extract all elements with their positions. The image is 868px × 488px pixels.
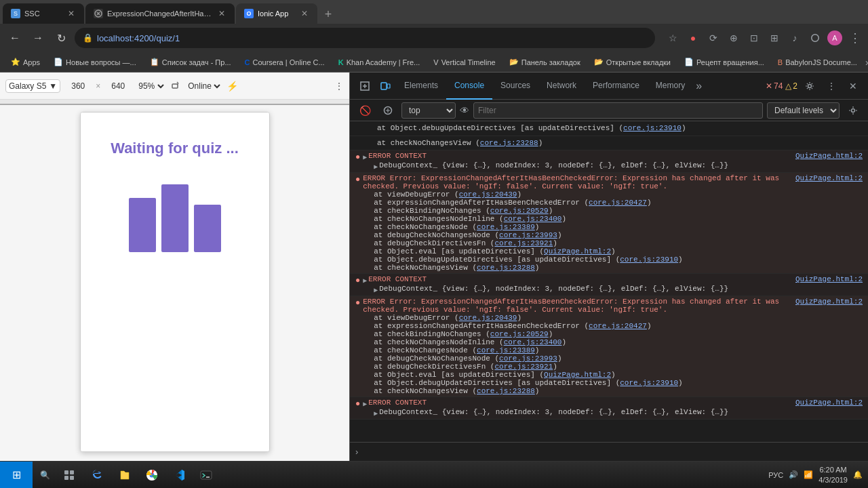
bookmark-new-questions[interactable]: 📄 Новые вопросы —... <box>48 56 142 68</box>
core-link-13[interactable]: core.js:20427 <box>589 322 647 330</box>
height-input[interactable] <box>104 81 132 91</box>
core-link-17[interactable]: core.js:23993 <box>499 354 557 363</box>
devtools-settings-button[interactable] <box>800 77 819 96</box>
audio-icon[interactable]: ♪ <box>787 30 803 46</box>
search-button[interactable]: 🔍 <box>33 462 57 489</box>
bookmark-open-tabs[interactable]: 📂 Открытые вкладки <box>589 56 676 68</box>
url-box[interactable]: 🔒 localhost:4200/quiz/1 <box>75 28 655 48</box>
start-button[interactable]: ⊞ <box>0 462 33 489</box>
taskbar-network-icon[interactable]: 📶 <box>804 470 813 479</box>
zoom-select[interactable]: 95% <box>136 81 166 92</box>
core-link-4[interactable]: core.js:20427 <box>589 199 647 207</box>
quiz-link-2[interactable]: QuizPage.html:2 <box>544 371 611 379</box>
tab-close-expression[interactable]: ✕ <box>217 7 226 20</box>
devtools-more-tabs-button[interactable]: » <box>696 80 702 92</box>
taskbar-edge-icon[interactable] <box>84 462 111 489</box>
bookmark-babylon[interactable]: B BabylonJS Docume... <box>772 57 863 68</box>
error-context-expand-2[interactable]: ▶ ERROR CONTEXT <box>363 275 795 285</box>
devtools-close-button[interactable]: ✕ <box>844 77 863 96</box>
inspect-element-button[interactable] <box>355 77 374 96</box>
taskbar-files-icon[interactable] <box>111 462 138 489</box>
core-link-14[interactable]: core.js:20529 <box>490 330 549 338</box>
tab-ionic[interactable]: Ionic App ✕ <box>236 3 317 24</box>
core-link-12[interactable]: core.js:20439 <box>459 314 517 322</box>
task-view-button[interactable] <box>57 462 81 489</box>
device-select[interactable]: Galaxy S5 ▼ <box>5 79 60 93</box>
network-select[interactable]: Online <box>185 81 222 92</box>
more-options-icon[interactable]: ⋮ <box>334 81 344 92</box>
core-link-3[interactable]: core.js:20439 <box>459 190 517 199</box>
core-link-6[interactable]: core.js:23400 <box>504 215 562 223</box>
core-link-11[interactable]: core.js:23288 <box>477 264 535 272</box>
error-count-badge[interactable]: ✕ 74 <box>766 81 783 91</box>
core-link-15[interactable]: core.js:23400 <box>504 338 562 346</box>
tab-expression[interactable]: ExpressionChangedAfterItHasBe... ✕ <box>85 3 235 24</box>
tab-console[interactable]: Console <box>446 73 492 100</box>
device-toggle-button[interactable] <box>376 77 395 96</box>
core-link-19[interactable]: core.js:23910 <box>620 379 678 387</box>
bookmark-tasks[interactable]: 📋 Список задач - Пр... <box>144 56 237 68</box>
core-link-16[interactable]: core.js:23389 <box>477 346 535 354</box>
camera-icon[interactable]: ⊡ <box>746 30 762 46</box>
core-link-1[interactable]: core.js:23910 <box>623 124 682 132</box>
width-input[interactable] <box>64 81 92 91</box>
core-link-5[interactable]: core.js:20529 <box>490 207 549 215</box>
core-link-2[interactable]: core.js:23288 <box>480 139 538 147</box>
tab-network[interactable]: Network <box>538 73 585 100</box>
taskbar-chrome-icon[interactable] <box>138 462 165 489</box>
debug-context-expand-1[interactable]: ▶ DebugContext_ {view: {…}, nodeIndex: 3… <box>374 161 795 171</box>
taskbar-volume-icon[interactable]: 🔊 <box>789 470 798 479</box>
warn-count-badge[interactable]: △ 2 <box>785 81 797 91</box>
bookmark-recipe[interactable]: 📄 Рецепт вращения... <box>679 56 770 68</box>
debug-context-expand-3[interactable]: ▶ DebugContext_ {view: {…}, nodeIndex: 3… <box>374 408 795 418</box>
quiz-page-link-2[interactable]: QuizPage.html:2 <box>795 174 863 182</box>
quiz-page-link-5[interactable]: QuizPage.html:2 <box>795 399 863 407</box>
console-input[interactable] <box>361 447 863 457</box>
quiz-page-link-3[interactable]: QuizPage.html:2 <box>795 275 863 283</box>
vpn-icon[interactable] <box>807 30 823 46</box>
bookmark-vertical-timeline[interactable]: V Vertical Timeline <box>428 57 500 68</box>
refresh-button[interactable]: ↻ <box>52 28 71 47</box>
throttle-icon[interactable]: ⚡ <box>226 81 238 92</box>
tab-ssc[interactable]: S SSC ✕ <box>3 3 84 24</box>
core-link-8[interactable]: core.js:23993 <box>499 231 557 239</box>
avatar-icon[interactable]: A <box>827 30 842 45</box>
bookmark-panel[interactable]: 📂 Панель закладок <box>504 56 586 68</box>
core-link-7[interactable]: core.js:23389 <box>477 223 535 231</box>
bookmark-khan[interactable]: K Khan Academy | Fre... <box>333 57 426 68</box>
refresh-icon[interactable]: ⟳ <box>705 30 722 46</box>
filter-eye-button[interactable]: 👁 <box>460 105 469 116</box>
taskbar-vscode-icon[interactable] <box>165 462 193 489</box>
taskbar-clock[interactable]: 6:20 AM 4/3/2019 <box>818 465 848 485</box>
core-link-10[interactable]: core.js:23910 <box>620 256 678 264</box>
firefox-icon[interactable]: ● <box>685 30 701 46</box>
new-tab-button[interactable]: + <box>319 5 338 24</box>
bookmark-apps[interactable]: ⭐ Apps <box>5 56 45 68</box>
menu-button[interactable]: ⋮ <box>846 30 863 46</box>
default-levels-select[interactable]: Default levels <box>767 102 840 119</box>
clear-console-button[interactable]: 🚫 <box>355 101 374 120</box>
error-context-expand-3[interactable]: ▶ ERROR CONTEXT <box>363 399 795 408</box>
devtools-overflow-button[interactable]: ⋮ <box>822 77 841 96</box>
console-settings-button[interactable] <box>844 101 863 120</box>
back-button[interactable]: ← <box>5 28 24 47</box>
puzzle-icon[interactable]: ⊕ <box>726 30 742 46</box>
core-link-9[interactable]: core.js:23921 <box>494 239 553 247</box>
preserve-log-button[interactable] <box>378 101 397 120</box>
console-filter-input[interactable] <box>473 102 763 119</box>
rotate-icon[interactable] <box>170 81 181 92</box>
forward-button[interactable]: → <box>28 28 47 47</box>
tab-elements[interactable]: Elements <box>396 73 446 100</box>
quiz-page-link-1[interactable]: QuizPage.html:2 <box>795 152 863 160</box>
taskbar-terminal-icon[interactable] <box>193 462 220 489</box>
tab-memory[interactable]: Memory <box>648 73 693 100</box>
console-output[interactable]: at Object.debugUpdateDirectives [as upda… <box>350 121 868 442</box>
tab-performance[interactable]: Performance <box>585 73 648 100</box>
tab-sources[interactable]: Sources <box>492 73 538 100</box>
quiz-link-1[interactable]: QuizPage.html:2 <box>544 247 611 256</box>
taskbar-notification-icon[interactable]: 🔔 <box>853 470 863 479</box>
quiz-page-link-4[interactable]: QuizPage.html:2 <box>795 298 863 306</box>
cast-icon[interactable]: ⊞ <box>766 30 783 46</box>
tab-close-ssc[interactable]: ✕ <box>66 7 76 20</box>
core-link-18[interactable]: core.js:23921 <box>494 363 553 371</box>
